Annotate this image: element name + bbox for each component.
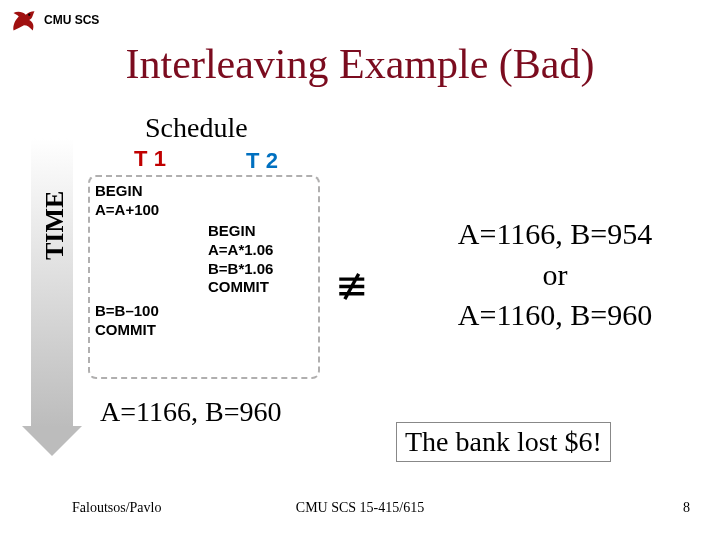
serial-or: or [400,255,710,296]
t1-ops-end: B=B–100 COMMIT [95,302,159,340]
t1-ops-begin: BEGIN A=A+100 [95,182,159,220]
serial-results: A=1166, B=954 or A=1160, B=960 [400,214,710,336]
not-equivalent-symbol: ≢ [335,262,369,308]
time-arrow-icon [22,138,82,458]
time-axis-label: TIME [40,191,70,260]
bank-lost-callout: The bank lost $6! [396,422,611,462]
footer-course: CMU SCS 15-415/615 [0,500,720,516]
schedule-label: Schedule [145,112,248,144]
svg-point-0 [28,14,30,16]
footer-page-num: 8 [683,500,690,516]
interleaved-result: A=1166, B=960 [100,396,281,428]
serial-result-1: A=1166, B=954 [400,214,710,255]
header-cmu: CMU SCS [44,13,99,27]
column-header-t1: T 1 [93,146,207,172]
dragon-icon [10,6,38,34]
column-header-t2: T 2 [205,148,319,174]
serial-result-2: A=1160, B=960 [400,295,710,336]
slide-header: CMU SCS [10,6,99,34]
slide-title: Interleaving Example (Bad) [0,40,720,88]
t2-ops: BEGIN A=A*1.06 B=B*1.06 COMMIT [208,222,273,297]
